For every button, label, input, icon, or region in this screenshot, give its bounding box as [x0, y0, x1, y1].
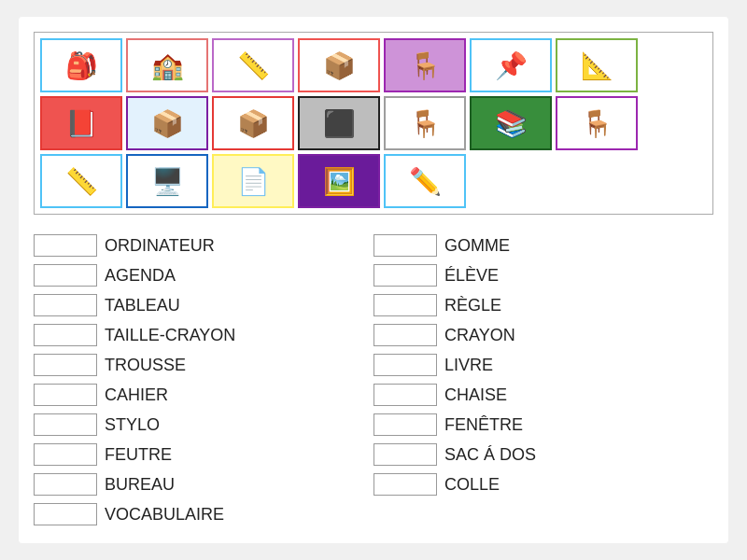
img-cell[interactable]: 📏 — [40, 154, 122, 208]
word-label: LIVRE — [444, 356, 493, 375]
word-label: CHAISE — [444, 385, 507, 405]
img-cell[interactable]: ⬛ — [298, 96, 380, 150]
word-row: TROUSSE — [34, 351, 374, 379]
word-row: CRAYON — [374, 321, 713, 349]
img-cell[interactable]: 📐 — [556, 38, 638, 92]
answer-box[interactable] — [34, 324, 97, 346]
word-label: FEUTRE — [105, 445, 172, 465]
img-cell[interactable]: 🏫 — [126, 38, 208, 92]
img-cell[interactable]: 📌 — [470, 38, 552, 92]
word-row: SAC Á DOS — [374, 441, 713, 469]
image-row-1: 🎒 🏫 📏 📦 🪑 📌 📐 — [40, 38, 707, 92]
img-cell[interactable]: 📄 — [212, 154, 294, 208]
answer-box[interactable] — [34, 503, 97, 525]
answer-box[interactable] — [374, 443, 437, 466]
word-label: COLLE — [444, 475, 500, 495]
word-label: CAHIER — [105, 385, 168, 405]
answer-box[interactable] — [374, 413, 437, 436]
answer-box[interactable] — [374, 234, 437, 257]
word-label: TROUSSE — [105, 356, 186, 375]
left-word-column: ORDINATEURAGENDATABLEAUTAILLE-CRAYONTROU… — [34, 231, 374, 528]
img-cell[interactable]: 🪑 — [384, 38, 466, 92]
word-label: RÈGLE — [444, 296, 501, 315]
word-row: ÉLÈVE — [374, 261, 713, 289]
word-row: BUREAU — [34, 470, 374, 498]
answer-box[interactable] — [34, 443, 97, 466]
answer-box[interactable] — [374, 294, 437, 316]
answer-box[interactable] — [374, 473, 437, 496]
word-row: FENÊTRE — [374, 411, 713, 439]
main-container: 🎒 🏫 📏 📦 🪑 📌 📐 📕 📦 📦 ⬛ 🪑 📚 🪑 📏 🖥️ 📄 🖼️ ✏️ — [19, 17, 728, 543]
word-row: RÈGLE — [374, 291, 713, 319]
word-row: STYLO — [34, 411, 374, 439]
word-label: FENÊTRE — [444, 415, 523, 435]
img-cell[interactable]: 📦 — [212, 96, 294, 150]
img-cell[interactable]: 📏 — [212, 38, 294, 92]
img-cell[interactable]: 🪑 — [556, 96, 638, 150]
answer-box[interactable] — [34, 294, 97, 316]
image-grid: 🎒 🏫 📏 📦 🪑 📌 📐 📕 📦 📦 ⬛ 🪑 📚 🪑 📏 🖥️ 📄 🖼️ ✏️ — [34, 32, 713, 215]
word-row: VOCABULAIRE — [34, 500, 374, 528]
answer-box[interactable] — [34, 354, 97, 376]
image-row-2: 📕 📦 📦 ⬛ 🪑 📚 🪑 — [40, 96, 707, 150]
word-row: TAILLE-CRAYON — [34, 321, 374, 349]
word-row: CAHIER — [34, 381, 374, 409]
img-cell[interactable]: 🪑 — [384, 96, 466, 150]
img-cell[interactable]: ✏️ — [384, 154, 466, 208]
answer-box[interactable] — [34, 473, 97, 496]
word-row: GOMME — [374, 231, 713, 259]
word-row: ORDINATEUR — [34, 231, 374, 259]
word-area: ORDINATEURAGENDATABLEAUTAILLE-CRAYONTROU… — [34, 231, 713, 528]
word-label: CRAYON — [444, 326, 515, 345]
answer-box[interactable] — [374, 384, 437, 406]
word-label: STYLO — [105, 415, 160, 435]
answer-box[interactable] — [374, 264, 437, 287]
word-label: SAC Á DOS — [444, 445, 536, 465]
img-cell[interactable]: 📚 — [470, 96, 552, 150]
answer-box[interactable] — [374, 324, 437, 346]
img-cell[interactable]: 📦 — [126, 96, 208, 150]
answer-box[interactable] — [34, 413, 97, 436]
word-label: ÉLÈVE — [444, 266, 499, 286]
word-label: BUREAU — [105, 475, 175, 495]
answer-box[interactable] — [374, 354, 437, 376]
word-label: AGENDA — [105, 266, 176, 286]
word-row: COLLE — [374, 470, 713, 498]
img-cell[interactable]: 📕 — [40, 96, 122, 150]
word-label: GOMME — [444, 236, 510, 256]
word-row: AGENDA — [34, 261, 374, 289]
image-row-3: 📏 🖥️ 📄 🖼️ ✏️ — [40, 154, 707, 208]
img-cell[interactable]: 🖼️ — [298, 154, 380, 208]
word-label: VOCABULAIRE — [105, 505, 224, 525]
img-cell[interactable]: 🎒 — [40, 38, 122, 92]
answer-box[interactable] — [34, 264, 97, 287]
word-label: TABLEAU — [105, 296, 180, 315]
word-row: LIVRE — [374, 351, 713, 379]
right-word-column: GOMMEÉLÈVERÈGLECRAYONLIVRECHAISEFENÊTRES… — [374, 231, 713, 528]
img-cell[interactable]: 📦 — [298, 38, 380, 92]
word-label: ORDINATEUR — [105, 236, 215, 256]
answer-box[interactable] — [34, 234, 97, 257]
img-cell[interactable]: 🖥️ — [126, 154, 208, 208]
word-row: FEUTRE — [34, 441, 374, 469]
word-label: TAILLE-CRAYON — [105, 326, 235, 345]
word-row: CHAISE — [374, 381, 713, 409]
word-row: TABLEAU — [34, 291, 374, 319]
answer-box[interactable] — [34, 384, 97, 406]
